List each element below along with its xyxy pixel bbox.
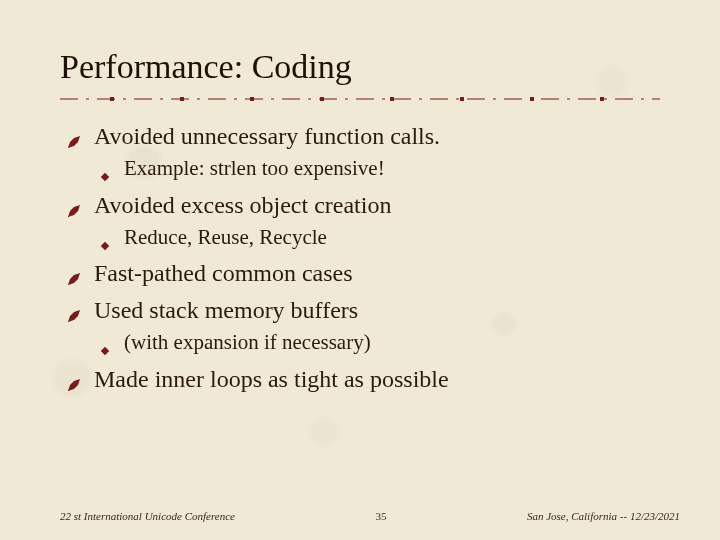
- slide-content: Avoided unnecessary function calls. Exam…: [60, 120, 660, 395]
- bullet-item: Avoided unnecessary function calls. Exam…: [60, 120, 660, 183]
- sub-bullet-item: Example: strlen too expensive!: [94, 154, 660, 182]
- diamond-bullet-icon: [100, 161, 110, 171]
- diamond-bullet-icon: [100, 230, 110, 240]
- diamond-bullet-icon: [100, 335, 110, 345]
- slide-title: Performance: Coding: [60, 48, 660, 86]
- sub-bullet-text: (with expansion if necessary): [124, 330, 371, 354]
- footer-right: San Jose, California -- 12/23/2021: [527, 510, 680, 522]
- footer-page-number: 35: [375, 510, 386, 522]
- svg-rect-8: [600, 97, 604, 101]
- bullet-text: Made inner loops as tight as possible: [94, 366, 449, 392]
- bullet-text: Avoided unnecessary function calls.: [94, 123, 440, 149]
- svg-rect-2: [180, 97, 184, 101]
- slide-footer: 22 st International Unicode Conference 3…: [60, 510, 680, 522]
- leaf-bullet-icon: [66, 195, 82, 211]
- leaf-bullet-icon: [66, 369, 82, 385]
- sub-bullet-item: Reduce, Reuse, Recycle: [94, 223, 660, 251]
- svg-rect-11: [101, 347, 109, 355]
- svg-rect-3: [250, 97, 254, 101]
- slide: Performance: Coding Avoided unnecess: [0, 0, 720, 540]
- leaf-bullet-icon: [66, 263, 82, 279]
- svg-rect-9: [101, 173, 109, 181]
- bullet-item: Used stack memory buffers (with expansio…: [60, 294, 660, 357]
- bullet-text: Avoided excess object creation: [94, 192, 391, 218]
- leaf-bullet-icon: [66, 126, 82, 142]
- svg-rect-4: [320, 97, 324, 101]
- svg-rect-10: [101, 242, 109, 250]
- bullet-item: Made inner loops as tight as possible: [60, 363, 660, 395]
- svg-rect-1: [110, 97, 114, 101]
- leaf-bullet-icon: [66, 300, 82, 316]
- sub-bullet-item: (with expansion if necessary): [94, 328, 660, 356]
- title-divider: [60, 96, 660, 102]
- bullet-text: Fast-pathed common cases: [94, 260, 353, 286]
- footer-left: 22 st International Unicode Conference: [60, 510, 235, 522]
- sub-bullet-text: Reduce, Reuse, Recycle: [124, 225, 327, 249]
- bullet-text: Used stack memory buffers: [94, 297, 358, 323]
- bullet-item: Fast-pathed common cases: [60, 257, 660, 289]
- bullet-item: Avoided excess object creation Reduce, R…: [60, 189, 660, 252]
- svg-rect-5: [390, 97, 394, 101]
- sub-bullet-text: Example: strlen too expensive!: [124, 156, 385, 180]
- svg-rect-7: [530, 97, 534, 101]
- svg-rect-6: [460, 97, 464, 101]
